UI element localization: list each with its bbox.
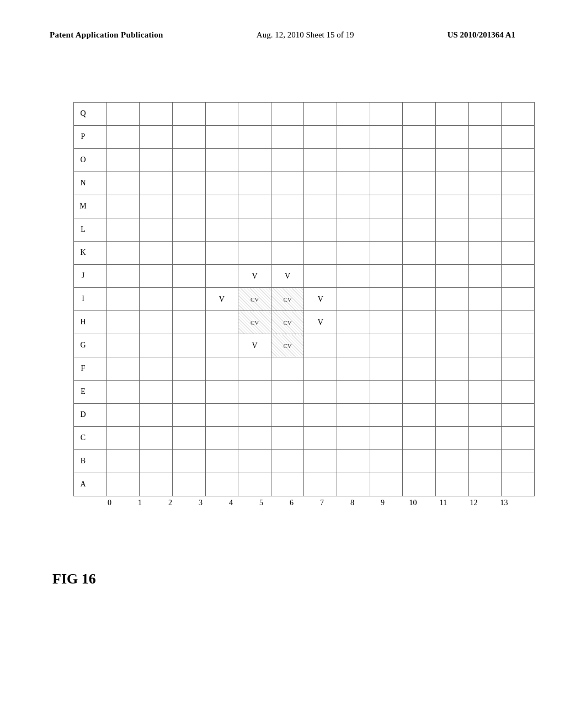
grid-cell [370, 450, 403, 473]
grid-cell [140, 404, 173, 427]
grid-cell [436, 242, 469, 265]
grid-cell [172, 265, 205, 288]
grid-cell [304, 149, 337, 172]
cell-content-hatched: CV [284, 319, 292, 326]
grid-cell [304, 473, 337, 496]
grid-cell [502, 357, 535, 381]
publication-date-sheet: Aug. 12, 2010 Sheet 15 of 19 [257, 30, 354, 40]
grid-cell [271, 381, 304, 404]
grid-row [74, 404, 535, 427]
grid-cell [370, 195, 403, 218]
grid-cell [271, 195, 304, 218]
grid-cell [172, 195, 205, 218]
grid-cell [106, 149, 140, 172]
grid-cell [106, 172, 140, 195]
grid-row [74, 126, 535, 149]
publication-title: Patent Application Publication [50, 30, 163, 40]
grid-cell [271, 427, 304, 450]
grid-cell [370, 473, 403, 496]
grid-cell [172, 288, 205, 311]
col-label-2: 2 [155, 499, 185, 507]
grid-cell [238, 103, 271, 126]
grid-cell [468, 242, 502, 265]
grid-row [74, 195, 535, 218]
grid-cell [271, 218, 304, 242]
grid-cell [502, 265, 535, 288]
grid-cell [238, 473, 271, 496]
grid-cell [468, 126, 502, 149]
grid-cell [502, 404, 535, 427]
grid-cell: V [304, 311, 337, 334]
grid-cell [205, 126, 238, 149]
grid-cell: V [238, 334, 271, 357]
grid-cell [172, 103, 205, 126]
grid-cell [205, 427, 238, 450]
grid-cell [370, 311, 403, 334]
grid-cell [74, 288, 107, 311]
grid-cell [403, 149, 436, 172]
grid-cell [140, 450, 173, 473]
grid-cell [304, 242, 337, 265]
grid-cell [468, 218, 502, 242]
grid-cell [403, 103, 436, 126]
header: Patent Application Publication Aug. 12, … [50, 30, 515, 40]
grid-cell [205, 404, 238, 427]
grid-cell [468, 288, 502, 311]
cell-content-v: V [252, 341, 257, 350]
grid-cell [271, 172, 304, 195]
grid-cell [140, 103, 173, 126]
cell-content-v: V [219, 295, 225, 303]
grid-cell [403, 450, 436, 473]
grid-cell [468, 172, 502, 195]
grid-cell [468, 473, 502, 496]
grid-cell [271, 357, 304, 381]
grid-cell [370, 218, 403, 242]
grid-cell [238, 404, 271, 427]
grid-cell [74, 404, 107, 427]
grid-cell [337, 427, 370, 450]
grid-cell [271, 103, 304, 126]
grid-cell: CV [238, 311, 271, 334]
grid-cell [304, 450, 337, 473]
grid-cell [337, 381, 370, 404]
grid-cell [403, 172, 436, 195]
grid-cell [436, 311, 469, 334]
grid-cell [74, 381, 107, 404]
grid-cell [140, 311, 173, 334]
grid-container: QPONMLKJIHGFEDCBA VVVCVCVVCVCVVVCV 01234… [73, 102, 535, 507]
grid-cell [370, 172, 403, 195]
grid-cell [172, 427, 205, 450]
cell-content-hatched: CV [250, 296, 259, 303]
grid-cell [468, 427, 502, 450]
grid-cell [403, 265, 436, 288]
grid-cell [337, 450, 370, 473]
grid-cell [74, 172, 107, 195]
grid-cell [436, 265, 469, 288]
grid-cell [205, 357, 238, 381]
grid-cell [140, 126, 173, 149]
grid-cell [205, 149, 238, 172]
grid-cell [106, 450, 140, 473]
grid-row [74, 218, 535, 242]
grid-cell [370, 357, 403, 381]
col-label-3: 3 [185, 499, 216, 507]
grid-cell: CV [271, 334, 304, 357]
grid-cell [436, 149, 469, 172]
grid-cell [468, 265, 502, 288]
grid-cell [238, 357, 271, 381]
grid-cell [106, 404, 140, 427]
col-label-6: 6 [276, 499, 307, 507]
grid-cell [140, 242, 173, 265]
grid-cell [271, 404, 304, 427]
grid-cell [502, 473, 535, 496]
grid-row [74, 149, 535, 172]
grid-cell [238, 242, 271, 265]
grid-cell [205, 218, 238, 242]
grid-cell [436, 381, 469, 404]
grid-cell [205, 381, 238, 404]
grid-cell [436, 427, 469, 450]
grid-cell [370, 149, 403, 172]
grid-cell: CV [271, 311, 304, 334]
grid-row [74, 357, 535, 381]
grid-cell [468, 311, 502, 334]
